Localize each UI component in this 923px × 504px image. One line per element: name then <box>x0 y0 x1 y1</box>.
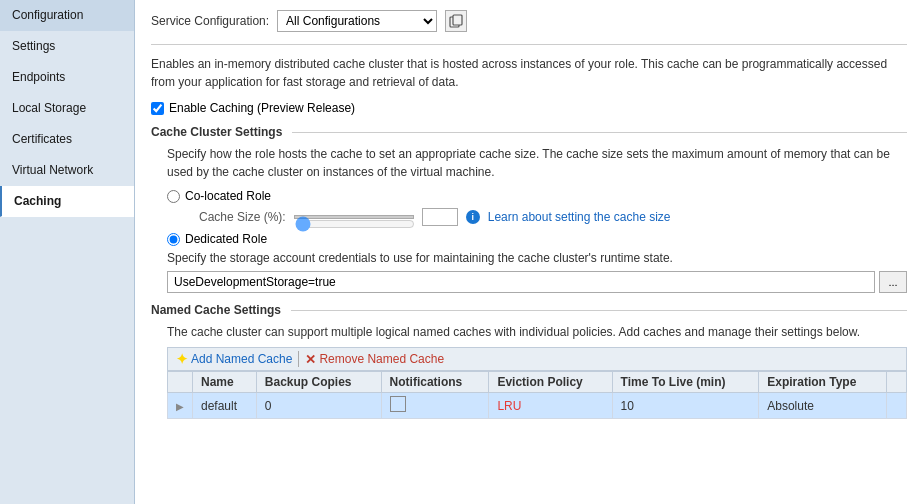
row-expiration-type: Absolute <box>759 393 887 419</box>
learn-cache-size-link[interactable]: Learn about setting the cache size <box>488 210 671 224</box>
copy-config-button[interactable] <box>445 10 467 32</box>
col-expiration-type: Expiration Type <box>759 372 887 393</box>
named-cache-toolbar: ✦ Add Named Cache ✕ Remove Named Cache <box>167 347 907 371</box>
enable-caching-checkbox[interactable] <box>151 102 164 115</box>
toolbar-separator <box>298 351 299 367</box>
service-config-select[interactable]: All Configurations Cloud Local <box>277 10 437 32</box>
service-config-bar: Service Configuration: All Configuration… <box>151 10 907 32</box>
browse-button[interactable]: ... <box>879 271 907 293</box>
col-backup-copies: Backup Copies <box>256 372 381 393</box>
col-notifications: Notifications <box>381 372 489 393</box>
add-named-cache-button[interactable]: ✦ Add Named Cache <box>176 351 292 367</box>
co-located-label: Co-located Role <box>185 189 271 203</box>
sidebar-item-endpoints[interactable]: Endpoints <box>0 62 134 93</box>
service-config-label: Service Configuration: <box>151 14 269 28</box>
row-name: default <box>193 393 257 419</box>
sidebar: Configuration Settings Endpoints Local S… <box>0 0 135 504</box>
remove-icon: ✕ <box>305 352 316 367</box>
row-extra <box>887 393 907 419</box>
sidebar-item-virtual-network[interactable]: Virtual Network <box>0 155 134 186</box>
cache-cluster-section-header: Cache Cluster Settings <box>151 125 907 139</box>
table-header-row: Name Backup Copies Notifications Evictio… <box>168 372 907 393</box>
named-cache-description: The cache cluster can support multiple l… <box>167 323 907 341</box>
co-located-role-row: Co-located Role <box>167 189 907 203</box>
sidebar-item-local-storage[interactable]: Local Storage <box>0 93 134 124</box>
row-ttl: 10 <box>612 393 759 419</box>
page-description: Enables an in-memory distributed cache c… <box>151 44 907 91</box>
add-icon: ✦ <box>176 351 188 367</box>
row-backup-copies: 0 <box>256 393 381 419</box>
cache-cluster-description: Specify how the role hosts the cache to … <box>167 145 907 181</box>
cache-cluster-content: Specify how the role hosts the cache to … <box>167 145 907 293</box>
remove-named-cache-button[interactable]: ✕ Remove Named Cache <box>305 352 444 367</box>
named-cache-content: The cache cluster can support multiple l… <box>167 323 907 419</box>
storage-description: Specify the storage account credentials … <box>167 251 907 265</box>
dedicated-label: Dedicated Role <box>185 232 267 246</box>
cache-size-slider[interactable] <box>295 216 415 232</box>
enable-caching-label: Enable Caching (Preview Release) <box>169 101 355 115</box>
sidebar-item-configuration[interactable]: Configuration <box>0 0 134 31</box>
storage-input-row: ... <box>167 271 907 293</box>
svg-rect-1 <box>453 15 462 25</box>
row-eviction-policy: LRU <box>489 393 612 419</box>
sidebar-item-settings[interactable]: Settings <box>0 31 134 62</box>
named-cache-table: Name Backup Copies Notifications Evictio… <box>167 371 907 419</box>
cache-size-label: Cache Size (%): <box>199 210 286 224</box>
dedicated-role-row: Dedicated Role <box>167 232 907 246</box>
main-content: Service Configuration: All Configuration… <box>135 0 923 504</box>
enable-caching-row: Enable Caching (Preview Release) <box>151 101 907 115</box>
cache-size-input[interactable] <box>422 208 458 226</box>
notifications-checkbox <box>390 396 406 412</box>
table-row[interactable]: ▶ default 0 LRU 10 Absolute <box>168 393 907 419</box>
dedicated-radio[interactable] <box>167 233 180 246</box>
sidebar-item-certificates[interactable]: Certificates <box>0 124 134 155</box>
col-checkbox <box>168 372 193 393</box>
col-actions <box>887 372 907 393</box>
storage-input[interactable] <box>167 271 875 293</box>
col-eviction-policy: Eviction Policy <box>489 372 612 393</box>
row-select-cell: ▶ <box>168 393 193 419</box>
info-icon: i <box>466 210 480 224</box>
col-ttl: Time To Live (min) <box>612 372 759 393</box>
cache-size-slider-track <box>294 215 414 219</box>
col-name: Name <box>193 372 257 393</box>
co-located-radio[interactable] <box>167 190 180 203</box>
cache-size-row: Cache Size (%): i Learn about setting th… <box>199 208 907 226</box>
named-cache-section-header: Named Cache Settings <box>151 303 907 317</box>
row-notifications <box>381 393 489 419</box>
sidebar-item-caching[interactable]: Caching <box>0 186 134 217</box>
